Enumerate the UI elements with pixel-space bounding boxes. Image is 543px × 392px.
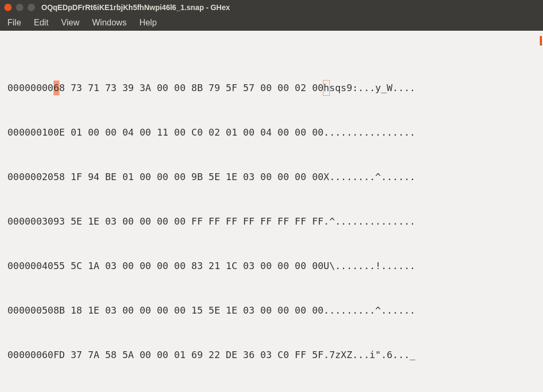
hex-bytes: 37 7A 58 5A 00 00 01 69 22 DE 36 03 C0 F…	[65, 348, 323, 362]
hex-byte: 0E	[54, 125, 65, 140]
hex-row: 0000002058 1F 94 BE 01 00 00 00 9B 5E 1E…	[7, 170, 536, 184]
hex-byte: 8B	[54, 303, 65, 318]
hex-bytes: 5E 1E 03 00 00 00 00 FF FF FF FF FF FF F…	[65, 214, 323, 229]
ascii-col: .........^......	[323, 303, 415, 318]
hex-bytes: 5C 1A 03 00 00 00 00 83 21 1C 03 00 00 0…	[65, 259, 323, 273]
hex-row: 000000100E 01 00 00 04 00 11 00 C0 02 01…	[7, 125, 536, 140]
hex-bytes: 01 00 00 04 00 11 00 C0 02 01 00 04 00 0…	[65, 125, 323, 140]
offset-col: 00000000	[7, 81, 54, 95]
menu-help[interactable]: Help	[139, 18, 157, 28]
hex-byte: FD	[54, 348, 65, 362]
hex-row: 0000004055 5C 1A 03 00 00 00 00 83 21 1C…	[7, 259, 536, 273]
titlebar: OQqEDpDFrRt6iKE1rbjKh5fhNwpi46l6_1.snap …	[0, 0, 543, 15]
hex-row: 0000003093 5E 1E 03 00 00 00 00 FF FF FF…	[7, 214, 536, 229]
menu-view[interactable]: View	[61, 18, 79, 28]
ascii-col: X........^......	[323, 170, 415, 184]
offset-col: 00000060	[7, 348, 54, 362]
minimize-icon[interactable]	[16, 4, 23, 11]
menu-file[interactable]: File	[7, 18, 21, 28]
hex-byte: 93	[54, 214, 65, 229]
offset-col: 00000030	[7, 214, 54, 229]
scrollbar-thumb[interactable]	[540, 36, 542, 46]
menu-edit[interactable]: Edit	[34, 18, 49, 28]
menu-windows[interactable]: Windows	[92, 18, 127, 28]
ascii-col: .7zXZ...i".6..._	[323, 348, 415, 362]
hex-byte: 58	[54, 170, 65, 184]
close-icon[interactable]	[4, 4, 12, 11]
ascii-col: U\.......!......	[323, 259, 415, 273]
maximize-icon[interactable]	[28, 4, 35, 11]
hex-bytes: 73 71 73 39 3A 00 00 8B 79 5F 57 00 00 0…	[65, 81, 323, 95]
hex-row: 00000060FD 37 7A 58 5A 00 00 01 69 22 DE…	[7, 348, 536, 362]
offset-col: 00000020	[7, 170, 54, 184]
hex-row: 000000508B 18 1E 03 00 00 00 00 15 5E 1E…	[7, 303, 536, 318]
hex-byte-hl: 6	[54, 81, 59, 95]
window-title: OQqEDpDFrRt6iKE1rbjKh5fhNwpi46l6_1.snap …	[41, 3, 230, 12]
ascii-col: sqs9:...y_W....	[329, 81, 416, 95]
ascii-col: .^..............	[323, 214, 415, 229]
ascii-col: ................	[323, 125, 415, 140]
hex-bytes: 18 1E 03 00 00 00 00 15 5E 1E 03 00 00 0…	[65, 303, 323, 318]
hex-row: 0000000068 73 71 73 39 3A 00 00 8B 79 5F…	[7, 81, 536, 95]
offset-col: 00000050	[7, 303, 54, 318]
hex-bytes: 1F 94 BE 01 00 00 00 9B 5E 1E 03 00 00 0…	[65, 170, 323, 184]
menubar: File Edit View Windows Help	[0, 15, 543, 31]
hex-view[interactable]: 0000000068 73 71 73 39 3A 00 00 8B 79 5F…	[0, 31, 543, 392]
hex-byte: 55	[54, 259, 65, 273]
offset-col: 00000040	[7, 259, 54, 273]
hex-byte: 8	[59, 81, 65, 95]
offset-col: 00000010	[7, 125, 54, 140]
